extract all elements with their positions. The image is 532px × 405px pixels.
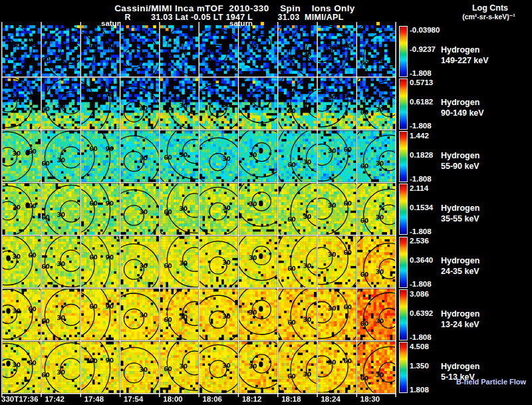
- species-label: Hydrogen: [441, 256, 479, 265]
- colorbar-min-label: -1.808: [410, 122, 432, 130]
- time-tick-label: 18:24: [321, 395, 340, 403]
- energy-range-label: 90-149 keV: [441, 108, 484, 118]
- species-label: Hydrogen: [441, 362, 479, 371]
- colorbar-units-label-line2: (cm²-sr-s-keV)⁻¹: [462, 13, 515, 21]
- time-tick-label: 18:06: [203, 395, 222, 403]
- saturn-annotation-left: satur: [101, 19, 120, 27]
- colorbar-max-label: -0.03980: [410, 26, 440, 34]
- colorbar-min-label: -1.808: [410, 280, 432, 288]
- colorbar-max-label: 2.114: [410, 184, 428, 192]
- species-label: Hydrogen: [441, 203, 479, 213]
- energy-range-label: 35-55 keV: [441, 214, 479, 223]
- colorbar: [399, 78, 408, 130]
- colorbar-min-label: -1.808: [410, 227, 432, 235]
- spin-image-grid: [1, 22, 396, 398]
- colorbar: [399, 342, 408, 393]
- colorbar-max-label: 4.508: [410, 342, 429, 350]
- time-tick-label: 17:42: [45, 395, 64, 403]
- colorbar-units-label-line1: Log Cnts: [472, 3, 508, 13]
- colorbar: [399, 184, 408, 235]
- colorbar-mid-label: 0.6392: [410, 309, 433, 317]
- time-tick-label: 18:12: [242, 395, 261, 403]
- colorbar-mid-label: 0.1828: [410, 151, 433, 159]
- saturn-annotation-right: saturn: [229, 19, 253, 27]
- colorbar-mid-label: -0.9237: [410, 45, 436, 53]
- time-tick-label: 17:48: [84, 395, 104, 403]
- colorbar-mid-label: 0.6182: [410, 98, 433, 106]
- colorbar-mid-label: 0.1534: [410, 203, 433, 211]
- colorbar-max-label: 3.086: [410, 290, 429, 298]
- time-tick-label: 18:30: [360, 395, 380, 403]
- colorbar-max-label: 0.5713: [410, 78, 433, 86]
- mimi-inca-display: Cassini/MIMI Inca mTOF 2010-330 Spin Ion…: [0, 0, 532, 405]
- energy-range-label: 55-90 keV: [441, 162, 479, 171]
- colorbar: [399, 237, 408, 288]
- plot-title: Cassini/MIMI Inca mTOF 2010-330 Spin Ion…: [114, 3, 355, 13]
- colorbar-min-label: -1.808: [410, 175, 432, 183]
- colorbar-min-label: -1.808: [410, 333, 432, 341]
- species-label: Hydrogen: [441, 309, 479, 319]
- energy-range-label: 13-24 keV: [441, 320, 479, 329]
- colorbar: [399, 26, 408, 77]
- time-tick-label: 18:00: [163, 395, 182, 403]
- colorbar-mid-label: 0.3640: [410, 256, 433, 264]
- colorbar-max-label: 1.442: [410, 132, 429, 140]
- species-label: Hydrogen: [441, 45, 479, 55]
- species-label: Hydrogen: [441, 98, 479, 107]
- time-tick-label: 330T17:36: [1, 395, 39, 403]
- colorbar-max-label: 2.536: [410, 237, 429, 245]
- colorbar-mid-label: 1.350: [410, 362, 429, 370]
- colorbar-min-label: -1.808: [410, 69, 432, 77]
- bfield-particle-flow-label: B-field Particle Flow: [456, 378, 526, 386]
- energy-range-label: 24-35 keV: [441, 267, 479, 276]
- colorbar: [399, 131, 408, 182]
- species-label: Hydrogen: [441, 151, 479, 160]
- time-tick-label: 18:18: [281, 395, 301, 403]
- time-axis: 330T17:3617:4217:4817:5418:0018:0618:121…: [0, 395, 532, 405]
- colorbar-min-label: 1.808: [410, 386, 429, 394]
- energy-range-label: 149-227 keV: [441, 56, 489, 65]
- colorbar: [399, 289, 408, 340]
- time-tick-label: 17:54: [124, 395, 143, 403]
